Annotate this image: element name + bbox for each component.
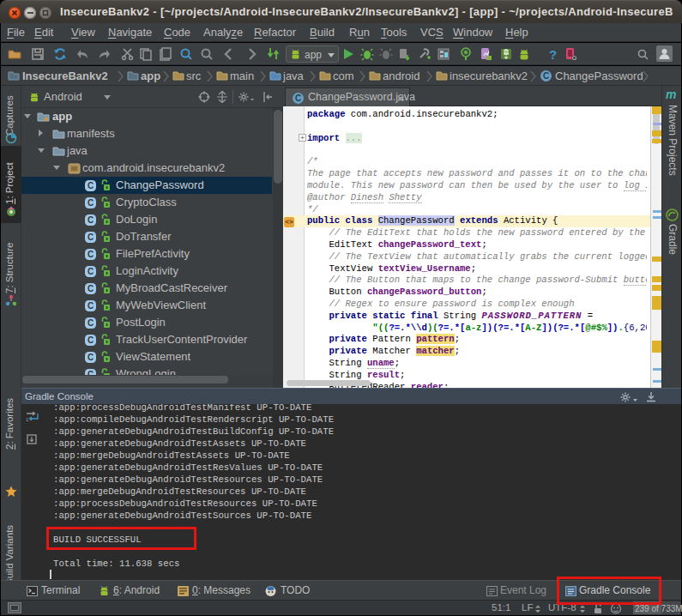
svg-text:1: 1 — [26, 417, 29, 422]
svg-text:?: ? — [549, 47, 557, 61]
